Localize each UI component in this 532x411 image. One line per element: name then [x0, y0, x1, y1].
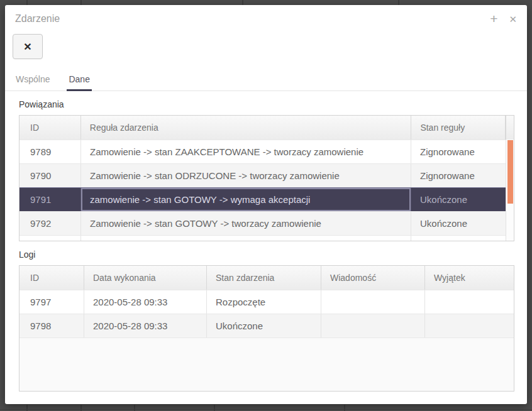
cell-exception [425, 290, 514, 314]
cell-id: 9797 [19, 290, 84, 314]
cell-message [321, 290, 425, 314]
cell-date: 2020-05-28 09:33 [84, 290, 207, 314]
cell-rule-state: Ukończone [411, 188, 506, 211]
cell-rule-state: Ukończone [411, 212, 506, 235]
dimmed-background-bottom [0, 405, 532, 411]
cell-exception [425, 314, 514, 337]
tab-dane[interactable]: Dane [67, 68, 91, 91]
cell-event-state: Rozpoczęte [207, 290, 321, 314]
add-icon[interactable]: + [490, 13, 497, 26]
cell-rule: Zamowienie -> stan ODRZUCONE -> tworzacy… [81, 164, 411, 187]
cell-message [321, 314, 425, 337]
logs-table: ID Data wykonania Stan zdarzenia Wiadomo… [19, 265, 514, 392]
logs-table-empty-area [19, 337, 514, 391]
column-header-exception: Wyjątek [425, 266, 514, 290]
cell-rule [81, 236, 411, 241]
cell-id: 9790 [19, 164, 81, 187]
relations-section-title: Powiązania [19, 99, 527, 110]
column-header-message: Wiadomość [321, 266, 425, 290]
cell-id: 9792 [19, 212, 81, 235]
table-row[interactable]: 9798 2020-05-28 09:33 Ukończone [19, 314, 514, 337]
logs-table-header: ID Data wykonania Stan zdarzenia Wiadomo… [19, 266, 514, 290]
table-row[interactable]: 9797 2020-05-28 09:33 Rozpoczęte [19, 290, 514, 314]
scrollbar-header-spacer [506, 116, 514, 140]
relations-table-body: 9789 Zamowienie -> stan ZAAKCEPTOWANE ->… [19, 140, 514, 241]
cell-id [19, 236, 81, 241]
cell-rule-focused: zamowienie -> stan GOTOWY -> wymaga akce… [81, 188, 411, 211]
cell-event-state: Ukończone [207, 314, 321, 337]
cell-id: 9791 [19, 188, 81, 211]
cell-id: 9789 [19, 140, 81, 163]
column-header-event-state: Stan zdarzenia [207, 266, 321, 290]
close-icon[interactable]: ✕ [509, 13, 517, 26]
cell-id: 9798 [19, 314, 84, 337]
event-dialog: Zdarzenie + ✕ ✕ Wspólne Dane Powiązania … [5, 5, 527, 404]
close-button[interactable]: ✕ [13, 34, 43, 59]
window-controls: + ✕ [490, 13, 517, 26]
cell-rule-state [411, 236, 506, 241]
column-header-rule-state: Stan reguły [411, 116, 506, 140]
column-header-rule: Reguła zdarzenia [81, 116, 412, 140]
table-row-clipped [19, 235, 506, 241]
relations-table-header: ID Reguła zdarzenia Stan reguły [19, 116, 514, 140]
dialog-header: Zdarzenie + ✕ [5, 5, 527, 26]
table-row-selected[interactable]: 9791 zamowienie -> stan GOTOWY -> wymaga… [19, 187, 506, 211]
relations-table: ID Reguła zdarzenia Stan reguły 9789 Zam… [19, 115, 514, 241]
column-header-date: Data wykonania [84, 266, 207, 290]
cell-date: 2020-05-28 09:33 [84, 314, 207, 337]
cell-rule: Zamowienie -> stan ZAAKCEPTOWANE -> twor… [81, 140, 411, 163]
tab-bar: Wspólne Dane [5, 68, 527, 91]
tab-wspolne[interactable]: Wspólne [14, 68, 52, 91]
column-header-id: ID [19, 266, 84, 290]
cell-rule: Zamowienie -> stan GOTOWY -> tworzacy za… [81, 212, 411, 235]
dialog-title: Zdarzenie [15, 13, 60, 25]
table-row[interactable]: 9790 Zamowienie -> stan ODRZUCONE -> two… [19, 163, 506, 187]
close-x-icon: ✕ [23, 41, 31, 53]
vertical-scrollbar-track [506, 140, 514, 241]
table-row[interactable]: 9789 Zamowienie -> stan ZAAKCEPTOWANE ->… [19, 140, 506, 163]
dimmed-background-top [0, 0, 532, 5]
screen: { "window": { "title": "Zdarzenie" }, "g… [0, 0, 532, 411]
table-row[interactable]: 9792 Zamowienie -> stan GOTOWY -> tworza… [19, 211, 506, 235]
cell-rule-state: Zignorowane [411, 140, 506, 163]
column-header-id: ID [19, 116, 81, 140]
logs-section-title: Logi [19, 249, 527, 260]
vertical-scrollbar-thumb[interactable] [507, 140, 513, 204]
cell-rule-state: Zignorowane [411, 164, 506, 187]
